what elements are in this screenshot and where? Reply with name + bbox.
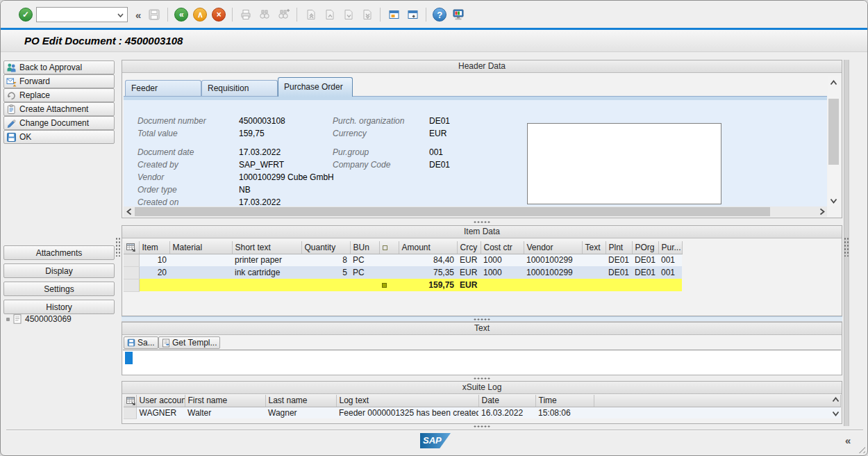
scroll-down-icon[interactable] bbox=[828, 195, 840, 206]
column-header-item[interactable]: Item bbox=[139, 241, 169, 254]
splitter-handle-icon[interactable] bbox=[473, 318, 491, 321]
column-header-plnt[interactable]: Plnt bbox=[606, 241, 632, 254]
column-header-pur[interactable]: Pur... bbox=[658, 241, 682, 254]
new-session-button[interactable] bbox=[385, 6, 402, 23]
row-selector[interactable] bbox=[124, 279, 139, 291]
cell-vendor: 1000100299 bbox=[524, 266, 582, 279]
row-selector[interactable] bbox=[124, 407, 136, 418]
splitter-handle-icon[interactable] bbox=[473, 220, 491, 224]
command-field[interactable] bbox=[36, 7, 128, 22]
column-header-first-name[interactable]: First name bbox=[185, 395, 265, 407]
save-button[interactable] bbox=[146, 6, 162, 23]
row-selector[interactable] bbox=[124, 266, 139, 279]
column-header-cost-ctr[interactable]: Cost ctr bbox=[481, 241, 524, 254]
cell-material bbox=[169, 266, 232, 279]
next-page-button[interactable] bbox=[340, 6, 356, 23]
scrollbar-thumb[interactable] bbox=[135, 207, 770, 216]
item-row-10[interactable]: 10 printer paper 8 PC 84,40 EUR 1000 100… bbox=[124, 254, 682, 266]
right-splitter-grip-icon[interactable] bbox=[844, 237, 849, 256]
column-header-vendor[interactable]: Vendor bbox=[524, 241, 582, 254]
item-row-20[interactable]: 20 ink cartridge 5 PC 75,35 EUR 1000 100… bbox=[124, 266, 682, 279]
left-splitter-grip-icon[interactable] bbox=[115, 237, 121, 256]
cancel-button[interactable]: × bbox=[210, 6, 227, 23]
help-button[interactable]: ? bbox=[431, 6, 448, 23]
scrollbar-thumb[interactable] bbox=[828, 99, 839, 165]
command-input[interactable] bbox=[37, 8, 112, 21]
splitter-handle-icon[interactable] bbox=[473, 425, 491, 428]
column-header-crcy[interactable]: Crcy bbox=[457, 241, 481, 254]
button-label: Create Attachment bbox=[19, 104, 88, 114]
save-text-button[interactable]: Sa... bbox=[124, 336, 158, 349]
back-to-approval-button[interactable]: Back to Approval bbox=[3, 60, 115, 74]
ok-button[interactable]: OK bbox=[3, 130, 115, 144]
tab-requisition[interactable]: Requisition bbox=[201, 80, 278, 96]
column-header-last-name[interactable]: Last name bbox=[265, 395, 336, 407]
collapse-statusbar-icon[interactable]: « bbox=[845, 434, 851, 446]
create-attachment-button[interactable]: Create Attachment bbox=[3, 102, 115, 116]
log-scroll-down-icon[interactable] bbox=[832, 411, 840, 416]
forward-button[interactable]: Forward bbox=[3, 74, 115, 88]
customize-layout-button[interactable] bbox=[450, 6, 467, 23]
header-vertical-scrollbar[interactable] bbox=[828, 76, 840, 206]
previous-page-button[interactable] bbox=[321, 6, 337, 23]
resize-grip-icon[interactable] bbox=[856, 444, 865, 453]
field-value: 159,75 bbox=[239, 129, 265, 138]
last-page-button[interactable] bbox=[358, 6, 375, 23]
column-header-bun[interactable]: BUn bbox=[350, 241, 379, 254]
toolbar-separator bbox=[167, 8, 168, 22]
replace-button[interactable]: Replace bbox=[3, 88, 115, 102]
table-settings-button[interactable] bbox=[124, 395, 136, 407]
log-row[interactable]: WAGNER Walter Wagner Feeder 0000001325 h… bbox=[124, 407, 840, 418]
collapse-toolbar-icon[interactable]: « bbox=[133, 9, 144, 21]
back-button[interactable]: « bbox=[173, 6, 190, 23]
header-note-box[interactable] bbox=[527, 123, 721, 204]
splitter-handle-icon[interactable] bbox=[473, 377, 491, 380]
column-header-quantity[interactable]: Quantity bbox=[301, 241, 350, 254]
exit-button[interactable]: ∧ bbox=[192, 6, 208, 23]
tab-purchase-order[interactable]: Purchase Order bbox=[278, 77, 353, 97]
sidebar-item-history[interactable]: History bbox=[3, 300, 115, 314]
sidebar-item-attachments[interactable]: Attachments bbox=[3, 245, 115, 260]
dropdown-chevron-icon[interactable] bbox=[115, 10, 126, 21]
change-document-button[interactable]: Change Document bbox=[3, 116, 115, 130]
text-caption: Text bbox=[122, 323, 842, 335]
scroll-right-icon[interactable] bbox=[817, 206, 827, 217]
button-label: Attachments bbox=[36, 248, 83, 258]
history-document-item[interactable]: 4500003069 bbox=[6, 313, 115, 325]
xsuite-log-table: User account First name Last name Log te… bbox=[124, 395, 841, 419]
splitter[interactable] bbox=[122, 375, 842, 381]
column-header-amount[interactable]: Amount bbox=[399, 241, 457, 254]
column-header-log-text[interactable]: Log text bbox=[336, 395, 478, 407]
column-header-date[interactable]: Date bbox=[478, 395, 535, 407]
column-header-time[interactable]: Time bbox=[535, 395, 594, 407]
save-icon bbox=[127, 339, 135, 347]
first-page-button[interactable] bbox=[302, 6, 319, 23]
cell-total-crcy: EUR bbox=[457, 279, 481, 291]
column-header-porg[interactable]: POrg bbox=[632, 241, 658, 254]
column-header-text[interactable]: Text bbox=[582, 241, 606, 254]
enter-button[interactable]: ✓ bbox=[17, 6, 34, 23]
splitter[interactable] bbox=[122, 219, 842, 225]
column-header-material[interactable]: Material bbox=[169, 241, 232, 254]
scroll-left-icon[interactable] bbox=[124, 206, 134, 217]
column-header-short-text[interactable]: Short text bbox=[232, 241, 301, 254]
text-editor[interactable] bbox=[123, 350, 841, 375]
row-selector[interactable] bbox=[124, 254, 139, 266]
header-horizontal-scrollbar[interactable] bbox=[124, 206, 827, 217]
create-shortcut-button[interactable] bbox=[404, 6, 421, 23]
log-scroll-up-icon[interactable] bbox=[832, 397, 840, 402]
table-settings-button[interactable] bbox=[124, 241, 139, 254]
print-button[interactable] bbox=[237, 6, 254, 23]
get-template-button[interactable]: Get Templ... bbox=[158, 336, 220, 349]
sidebar-item-display[interactable]: Display bbox=[3, 263, 115, 278]
find-next-button[interactable] bbox=[275, 6, 292, 23]
sidebar-item-settings[interactable]: Settings bbox=[3, 282, 115, 296]
column-header-user-account[interactable]: User account bbox=[136, 395, 185, 407]
tab-feeder[interactable]: Feeder bbox=[125, 80, 201, 96]
splitter[interactable] bbox=[122, 424, 842, 429]
column-header-flag[interactable] bbox=[379, 241, 399, 254]
splitter[interactable] bbox=[122, 316, 842, 322]
scroll-up-icon[interactable] bbox=[828, 76, 840, 88]
cell-log-text: Feeder 0000001325 has been created. bbox=[336, 407, 478, 418]
find-button[interactable] bbox=[256, 6, 273, 23]
